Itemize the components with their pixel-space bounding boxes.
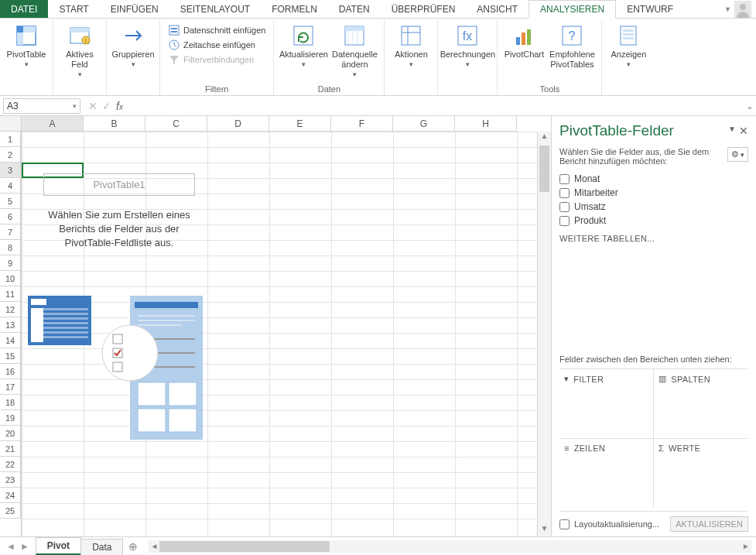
row-1[interactable]: 1 [0, 132, 21, 147]
panel-layout-button[interactable]: ⚙ ▾ [727, 147, 748, 162]
area-filter[interactable]: ▾FILTER [559, 369, 654, 439]
row-25[interactable]: 25 [0, 503, 21, 519]
row-7[interactable]: 7 [0, 224, 21, 240]
tab-pagelayout[interactable]: SEITENLAYOUT [169, 0, 261, 18]
col-G[interactable]: G [393, 116, 455, 132]
active-field-button[interactable]: i Aktives Feld ▾ [58, 22, 101, 81]
sheet-tab-data[interactable]: Data [80, 539, 123, 555]
name-box[interactable]: A3 ▾ [3, 98, 80, 114]
svg-rect-22 [527, 29, 531, 45]
svg-rect-17 [402, 26, 420, 45]
show-button[interactable]: Anzeigen ▾ [607, 22, 650, 70]
field-produkt[interactable]: Produkt [559, 215, 748, 226]
area-columns[interactable]: ▥SPALTEN [654, 369, 748, 439]
col-A[interactable]: A [22, 116, 84, 132]
svg-text:fx: fx [463, 29, 472, 43]
add-sheet-button[interactable]: ⊕ [122, 538, 144, 555]
scroll-left-icon[interactable]: ◄ [149, 542, 159, 550]
row-11[interactable]: 11 [0, 286, 21, 302]
row-19[interactable]: 19 [0, 410, 21, 426]
row-3[interactable]: 3 [0, 163, 21, 178]
row-23[interactable]: 23 [0, 472, 21, 488]
hscroll-thumb[interactable] [159, 541, 330, 552]
change-datasource-button[interactable]: Datenquelle ändern ▾ [330, 22, 379, 81]
row-24[interactable]: 24 [0, 488, 21, 503]
calculations-button[interactable]: fx Berechnungen ▾ [443, 22, 492, 70]
vertical-scrollbar[interactable]: ▲ ▼ [537, 132, 551, 536]
refresh-button[interactable]: Aktualisieren ▾ [279, 22, 328, 70]
expand-formula-bar[interactable]: ⌄ [744, 101, 756, 111]
row-2[interactable]: 2 [0, 147, 21, 163]
svg-rect-53 [138, 409, 166, 432]
horizontal-scrollbar[interactable]: ◄ ► [149, 540, 751, 553]
row-18[interactable]: 18 [0, 395, 21, 410]
col-E[interactable]: E [269, 116, 331, 132]
field-mitarbeiter[interactable]: Mitarbeiter [559, 187, 748, 198]
pivotchart-button[interactable]: PivotChart [502, 22, 546, 61]
tab-start[interactable]: START [48, 0, 99, 18]
tab-formulas[interactable]: FORMELN [261, 0, 328, 18]
svg-rect-52 [169, 382, 197, 406]
field-mitarbeiter-checkbox[interactable] [559, 188, 570, 198]
tab-view[interactable]: ANSICHT [466, 0, 529, 18]
formula-input[interactable] [128, 98, 744, 114]
row-6[interactable]: 6 [0, 209, 21, 224]
field-monat[interactable]: Monat [559, 173, 748, 184]
nav-prev-icon[interactable]: ◄ [5, 541, 17, 552]
pivottable-button[interactable]: PivotTable ▾ [5, 22, 48, 70]
nav-next-icon[interactable]: ► [19, 541, 31, 552]
insert-timeline-button[interactable]: Zeitachse einfügen [166, 38, 257, 52]
recommended-pivottables-button[interactable]: ? Empfohlene PivotTables [547, 22, 597, 71]
sheet-nav[interactable]: ◄► [0, 541, 36, 552]
fx-icon[interactable]: fx [116, 100, 123, 112]
col-C[interactable]: C [145, 116, 207, 132]
defer-layout-checkbox[interactable] [559, 519, 570, 529]
area-rows[interactable]: ≡ZEILEN [559, 439, 654, 509]
row-5[interactable]: 5 [0, 194, 21, 209]
sheet-tab-pivot[interactable]: Pivot [36, 537, 81, 555]
col-H[interactable]: H [455, 116, 517, 132]
actions-button[interactable]: Aktionen ▾ [389, 22, 433, 70]
active-field-label: Aktives Feld [60, 50, 100, 70]
more-tables-link[interactable]: WEITERE TABELLEN... [559, 234, 748, 243]
row-8[interactable]: 8 [0, 240, 21, 255]
tab-design[interactable]: ENTWURF [616, 0, 684, 18]
insert-slicer-button[interactable]: Datenschnitt einfügen [166, 23, 267, 37]
row-4[interactable]: 4 [0, 178, 21, 194]
close-icon[interactable]: ✕ [739, 125, 748, 137]
field-umsatz[interactable]: Umsatz [559, 201, 748, 212]
tab-file[interactable]: DATEI [0, 0, 48, 18]
row-17[interactable]: 17 [0, 379, 21, 395]
panel-options-icon[interactable]: ▼ [728, 125, 736, 137]
row-9[interactable]: 9 [0, 255, 21, 271]
row-22[interactable]: 22 [0, 457, 21, 472]
col-D[interactable]: D [207, 116, 269, 132]
row-12[interactable]: 12 [0, 302, 21, 317]
pivottable-label: PivotTable [7, 50, 46, 60]
scroll-down-icon[interactable]: ▼ [538, 524, 551, 536]
scroll-thumb[interactable] [539, 146, 549, 192]
select-all-corner[interactable] [0, 116, 22, 132]
field-monat-checkbox[interactable] [559, 174, 570, 184]
worksheet[interactable]: A B C D E F G H 123456789101112131415161… [0, 116, 551, 536]
row-14[interactable]: 14 [0, 333, 21, 348]
field-produkt-checkbox[interactable] [559, 216, 570, 226]
row-15[interactable]: 15 [0, 348, 21, 364]
scroll-up-icon[interactable]: ▲ [538, 132, 551, 144]
user-menu[interactable]: ▼ [720, 0, 756, 18]
row-21[interactable]: 21 [0, 441, 21, 457]
area-values[interactable]: ΣWERTE [654, 439, 748, 509]
row-13[interactable]: 13 [0, 317, 21, 333]
group-button[interactable]: Gruppieren ▾ [111, 22, 155, 70]
tab-analyze[interactable]: ANALYSIEREN [529, 0, 616, 19]
row-16[interactable]: 16 [0, 364, 21, 379]
tab-review[interactable]: ÜBERPRÜFEN [381, 0, 467, 18]
tab-data[interactable]: DATEN [328, 0, 381, 18]
field-umsatz-checkbox[interactable] [559, 202, 570, 212]
col-F[interactable]: F [331, 116, 393, 132]
row-20[interactable]: 20 [0, 426, 21, 441]
tab-insert[interactable]: EINFÜGEN [100, 0, 169, 18]
col-B[interactable]: B [84, 116, 145, 132]
scroll-right-icon[interactable]: ► [741, 542, 751, 550]
row-10[interactable]: 10 [0, 271, 21, 286]
